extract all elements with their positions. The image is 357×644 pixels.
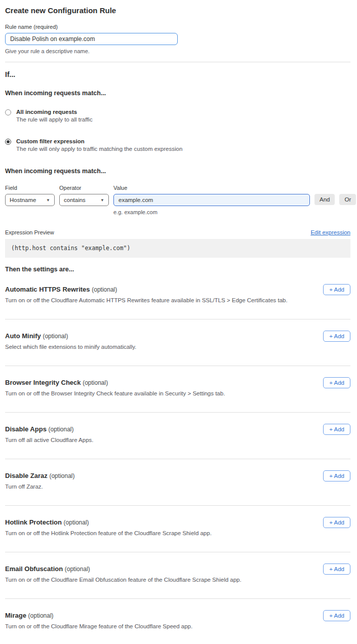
settings-list: Automatic HTTPS Rewrites (optional) Turn… bbox=[5, 273, 350, 644]
setting-row: Mirage (optional) Turn on or off the Clo… bbox=[5, 599, 350, 644]
setting-title: Mirage bbox=[5, 612, 26, 619]
rule-name-section: Rule name (required) Give your rule a de… bbox=[5, 24, 350, 54]
setting-optional-label: (optional) bbox=[28, 612, 54, 619]
operator-select-value: contains bbox=[64, 197, 86, 203]
then-settings-heading: Then the settings are... bbox=[5, 266, 350, 273]
rule-name-input[interactable] bbox=[5, 33, 178, 45]
add-setting-button[interactable]: + Add bbox=[323, 377, 350, 388]
value-label: Value bbox=[113, 185, 310, 191]
add-setting-button[interactable]: + Add bbox=[323, 517, 350, 528]
rule-name-label: Rule name (required) bbox=[5, 24, 350, 30]
operator-label: Operator bbox=[59, 185, 109, 191]
radio-option-all-requests[interactable]: All incoming requests The rule will appl… bbox=[5, 109, 350, 123]
setting-title: Auto Minify bbox=[5, 332, 41, 340]
chevron-down-icon: ▼ bbox=[46, 198, 50, 203]
expression-builder-heading: When incoming requests match... bbox=[5, 168, 350, 175]
and-button[interactable]: And bbox=[314, 194, 335, 205]
radio-label: All incoming requests bbox=[16, 109, 93, 115]
expression-builder-row: Field Hostname ▼ Operator contains ▼ Val… bbox=[5, 185, 350, 215]
value-input[interactable] bbox=[113, 194, 310, 206]
if-heading: If... bbox=[5, 70, 350, 78]
setting-optional-label: (optional) bbox=[49, 472, 74, 479]
value-help: e.g. example.com bbox=[113, 209, 310, 215]
setting-title: Disable Zaraz bbox=[5, 472, 48, 479]
setting-title: Browser Integrity Check bbox=[5, 379, 81, 386]
setting-description: Turn on or off the Cloudflare Email Obfu… bbox=[5, 577, 289, 583]
field-select-value: Hostname bbox=[10, 197, 36, 203]
radio-button-icon[interactable] bbox=[5, 109, 11, 115]
page-title: Create new Configuration Rule bbox=[5, 6, 350, 15]
setting-description: Turn on or off the Cloudflare Mirage fea… bbox=[5, 623, 289, 629]
expression-preview-header: Expression Preview Edit expression bbox=[5, 229, 350, 235]
setting-title: Email Obfuscation bbox=[5, 565, 63, 573]
incoming-match-heading: When incoming requests match... bbox=[5, 90, 350, 97]
setting-description: Turn on or off the Hotlink Protection fe… bbox=[5, 530, 289, 536]
setting-row: Disable Apps (optional) Turn off all act… bbox=[5, 413, 350, 459]
setting-row: Automatic HTTPS Rewrites (optional) Turn… bbox=[5, 273, 350, 319]
setting-optional-label: (optional) bbox=[65, 566, 90, 573]
edit-expression-link[interactable]: Edit expression bbox=[310, 229, 350, 235]
expression-preview-code: (http.host contains "example.com") bbox=[5, 239, 350, 258]
setting-title: Hotlink Protection bbox=[5, 518, 62, 526]
or-button[interactable]: Or bbox=[339, 194, 356, 205]
add-setting-button[interactable]: + Add bbox=[323, 564, 350, 575]
setting-optional-label: (optional) bbox=[43, 333, 68, 340]
setting-row: Disable Zaraz (optional) Turn off Zaraz.… bbox=[5, 459, 350, 506]
setting-optional-label: (optional) bbox=[83, 379, 108, 386]
add-setting-button[interactable]: + Add bbox=[323, 610, 350, 621]
add-setting-button[interactable]: + Add bbox=[323, 331, 350, 342]
request-match-radio-group: All incoming requests The rule will appl… bbox=[5, 109, 350, 152]
setting-row: Email Obfuscation (optional) Turn on or … bbox=[5, 552, 350, 599]
radio-label: Custom filter expression bbox=[16, 138, 182, 144]
add-setting-button[interactable]: + Add bbox=[323, 424, 350, 435]
add-setting-button[interactable]: + Add bbox=[323, 470, 350, 481]
setting-title: Disable Apps bbox=[5, 425, 47, 433]
setting-description: Turn on or off the Cloudflare Automatic … bbox=[5, 297, 289, 303]
field-label: Field bbox=[5, 185, 55, 191]
setting-description: Turn off all active Cloudflare Apps. bbox=[5, 437, 289, 443]
setting-optional-label: (optional) bbox=[49, 426, 74, 433]
radio-option-custom-expression[interactable]: Custom filter expression The rule will o… bbox=[5, 138, 350, 152]
field-select[interactable]: Hostname ▼ bbox=[5, 194, 55, 206]
setting-description: Turn off Zaraz. bbox=[5, 484, 289, 490]
setting-row: Auto Minify (optional) Select which file… bbox=[5, 319, 350, 366]
rule-name-help: Give your rule a descriptive name. bbox=[5, 48, 350, 54]
section-divider bbox=[5, 62, 350, 62]
radio-button-icon[interactable] bbox=[5, 139, 11, 145]
setting-description: Select which file extensions to minify a… bbox=[5, 344, 289, 350]
setting-optional-label: (optional) bbox=[64, 519, 89, 526]
chevron-down-icon: ▼ bbox=[100, 198, 104, 203]
setting-row: Browser Integrity Check (optional) Turn … bbox=[5, 366, 350, 413]
setting-description: Turn on or off the Browser Integrity Che… bbox=[5, 390, 289, 396]
setting-row: Hotlink Protection (optional) Turn on or… bbox=[5, 506, 350, 552]
operator-select[interactable]: contains ▼ bbox=[59, 194, 109, 206]
setting-optional-label: (optional) bbox=[92, 286, 117, 293]
add-setting-button[interactable]: + Add bbox=[323, 284, 350, 295]
expression-preview-label: Expression Preview bbox=[5, 229, 54, 235]
radio-description: The rule will only apply to traffic matc… bbox=[16, 146, 182, 152]
setting-title: Automatic HTTPS Rewrites bbox=[5, 286, 90, 293]
radio-description: The rule will apply to all traffic bbox=[16, 116, 93, 123]
